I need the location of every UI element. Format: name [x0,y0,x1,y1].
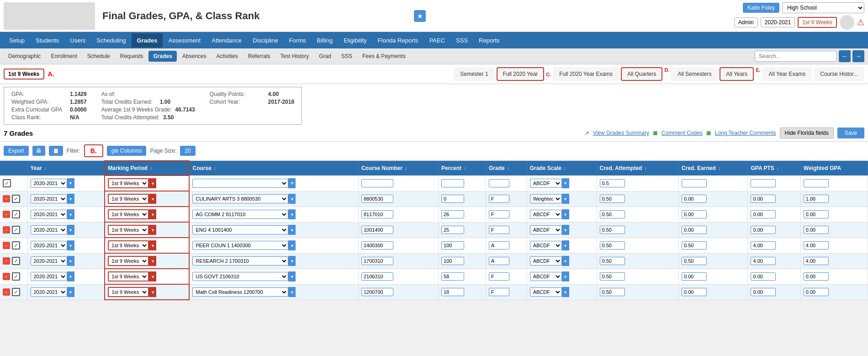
gpa-pts-input[interactable] [751,226,776,234]
grade-scale-select[interactable]: Weighted [530,194,562,203]
col-course[interactable]: Course ↕ [189,161,358,175]
cred-earned-input[interactable] [682,241,707,250]
grade-scale-select[interactable]: ABCDF [530,272,562,281]
tab-all-year-exams[interactable]: All Year Exams [762,67,812,81]
comment-codes-button[interactable]: Comment Codes [662,130,703,136]
grade-input[interactable] [489,195,509,203]
subnav-grades[interactable]: Grades [148,51,176,62]
gpa-pts-input[interactable] [751,288,776,296]
cred-attempted-input[interactable] [600,226,625,234]
filter-button[interactable]: B. [84,144,103,157]
tab-semester-1[interactable]: Semester 1 [454,67,494,81]
favorite-button[interactable]: ★ [414,10,426,22]
course-arrow-button[interactable]: ▾ [288,240,296,250]
delete-row-button[interactable]: − [3,226,10,234]
cred-attempted-input[interactable] [600,179,625,187]
year-select[interactable]: 2020-2021 [31,225,67,234]
weighted-gpa-input[interactable] [804,288,829,296]
grade-scale-select[interactable]: ABCDF [530,241,562,250]
course-number-input[interactable] [361,195,393,203]
period-dropdown[interactable]: 1st 9 Weeks [798,17,837,28]
percent-input[interactable] [441,272,464,281]
course-arrow-button[interactable]: ▾ [288,178,296,188]
nav-back-button[interactable]: ← [839,50,851,62]
col-gpa-pts[interactable]: GPA PTS ↕ [748,161,800,175]
subnav-schedule[interactable]: Schedule [83,51,115,62]
subnav-activities[interactable]: Activities [212,51,243,62]
cred-earned-input[interactable] [682,226,707,234]
marking-period-select[interactable]: 1st 9 Weeks [108,256,149,266]
weighted-gpa-input[interactable] [804,226,829,234]
gpa-pts-input[interactable] [751,195,776,203]
weighted-gpa-input[interactable] [804,179,829,187]
export-button[interactable]: Export [4,146,29,156]
col-grade[interactable]: Grade ↕ [486,161,527,175]
nav-forward-button[interactable]: → [852,50,864,62]
marking-period-arrow-button[interactable]: ▾ [149,256,156,266]
col-course-number[interactable]: Course Number ↕ [358,161,438,175]
help-icon[interactable]: ⚠ [857,17,864,27]
course-select[interactable]: Math Coll Readiness 1200700 [192,287,288,297]
course-number-input[interactable] [361,210,393,218]
course-number-input[interactable] [361,226,393,234]
nav-users[interactable]: Users [64,33,91,48]
delete-row-button[interactable]: − [3,257,10,265]
marking-period-select[interactable]: 1st 9 Weeks [108,194,149,204]
subnav-grad[interactable]: Grad [314,51,336,62]
course-arrow-button[interactable]: ▾ [288,271,296,282]
course-arrow-button[interactable]: ▾ [288,209,296,219]
weighted-gpa-input[interactable] [804,257,829,265]
col-cred-earned[interactable]: Cred. Earned ↕ [679,161,748,175]
year-select[interactable]: 2020-2021 [31,272,67,281]
year-arrow-button[interactable]: ▾ [67,209,74,219]
cred-attempted-input[interactable] [600,288,625,296]
year-arrow-button[interactable]: ▾ [67,287,74,297]
marking-period-select[interactable]: 1st 9 Weeks [108,225,149,235]
course-number-input[interactable] [361,272,393,281]
course-arrow-button[interactable]: ▾ [288,194,296,204]
nav-scheduling[interactable]: Scheduling [91,33,131,48]
percent-input[interactable] [441,210,464,218]
weighted-gpa-input[interactable] [804,195,829,203]
hide-florida-button[interactable]: Hide Florida fields [780,128,834,138]
tab-1st-9-weeks[interactable]: 1st 9 Weeks [4,69,44,80]
percent-input[interactable] [441,241,464,250]
subnav-referrals[interactable]: Referrals [243,51,275,62]
delete-row-button[interactable]: − [3,273,10,280]
nav-attendance[interactable]: Attendance [206,33,247,48]
marking-period-select[interactable]: 1st 9 Weeks [108,209,149,219]
expand-row-button[interactable]: ⤢ [12,272,20,281]
course-select[interactable]: ENG 4 1001400 [192,225,288,234]
nav-reports[interactable]: Reports [473,33,505,48]
tab-all-quarters[interactable]: All Quarters [621,67,662,81]
year-select[interactable]: 2020-2021 [31,179,67,188]
gpa-pts-input[interactable] [751,210,776,218]
nav-discipline[interactable]: Discipline [247,33,284,48]
tab-full-2020-year[interactable]: Full 2020 Year [497,67,545,81]
year-select[interactable]: 2020-2021 [31,256,67,266]
percent-input[interactable] [441,288,464,296]
grade-scale-arrow-button[interactable]: ▾ [562,240,569,250]
expand-row-button[interactable]: ⤢ [12,226,20,234]
course-number-input[interactable] [361,288,393,296]
tab-all-years[interactable]: All Years [720,67,754,81]
gpa-pts-input[interactable] [751,241,776,250]
course-arrow-button[interactable]: ▾ [288,287,296,297]
expand-row-button[interactable]: ⤢ [12,195,20,203]
school-select[interactable]: High School [782,2,864,13]
marking-period-arrow-button[interactable]: ▾ [149,271,156,282]
marking-period-arrow-button[interactable]: ▾ [149,225,156,235]
nav-eligibility[interactable]: Eligibility [338,33,372,48]
cred-attempted-input[interactable] [600,272,625,281]
marking-period-arrow-button[interactable]: ▾ [149,209,156,219]
year-arrow-button[interactable]: ▾ [67,194,74,204]
expand-row-button[interactable]: ⤢ [3,179,11,187]
nav-students[interactable]: Students [30,33,64,48]
grade-scale-arrow-button[interactable]: ▾ [562,209,569,219]
nav-setup[interactable]: Setup [4,33,30,48]
cred-earned-input[interactable] [682,179,707,187]
grade-scale-select[interactable]: ABCDF [530,225,562,234]
marking-period-arrow-button[interactable]: ▾ [149,240,156,250]
gpa-pts-input[interactable] [751,257,776,265]
grade-scale-select[interactable]: ABCDF [530,287,562,297]
